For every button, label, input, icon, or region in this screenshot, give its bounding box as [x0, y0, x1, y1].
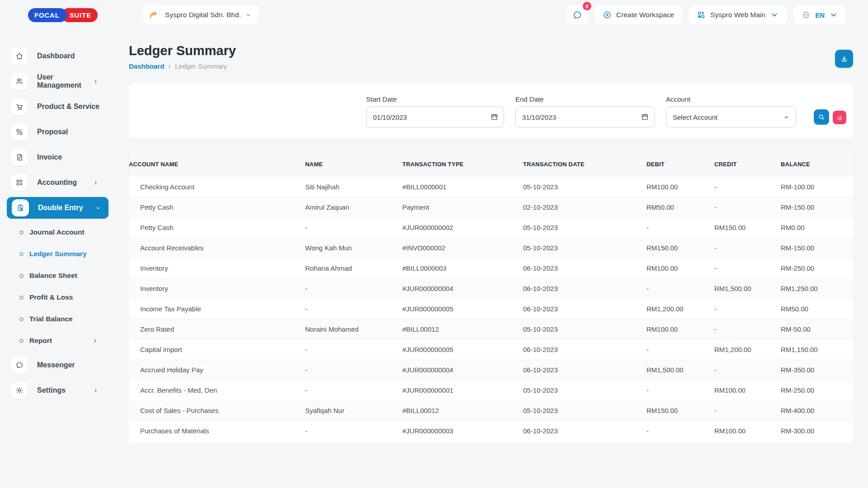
cell-debit: RM100.00: [646, 319, 714, 339]
search-button[interactable]: [814, 109, 829, 125]
table-row[interactable]: Purchases of Materials - #JUR000000003 0…: [129, 421, 853, 441]
sidebar-subitem[interactable]: Report: [0, 330, 108, 352]
table-row[interactable]: Cost of Sales - Purchases Syafiqah Nur #…: [129, 400, 853, 421]
start-date-input[interactable]: [366, 107, 504, 127]
cell-transaction-type: #JUR000000004: [402, 278, 523, 299]
sidebar-item-accounting[interactable]: Accounting: [0, 170, 108, 195]
workspace-name: Syspro Web Main: [710, 11, 765, 19]
messenger-icon: [15, 361, 24, 369]
bullet-icon: [19, 317, 24, 321]
create-workspace-button[interactable]: Create Workspace: [594, 5, 682, 25]
workspace-selector[interactable]: Syspro Web Main: [689, 5, 787, 25]
sidebar-item-messenger[interactable]: Messenger: [0, 352, 108, 378]
cell-transaction-type: #JUR000000004: [402, 360, 523, 380]
cell-balance: RM50.00: [781, 299, 853, 319]
cell-credit: RM1,200.00: [714, 339, 781, 360]
company-selector[interactable]: Syspro Digital Sdn. Bhd.: [143, 5, 259, 25]
cell-name: Syafiqah Nur: [305, 400, 402, 421]
table-row[interactable]: Inventory - #JUR000000004 06-10-2023 - R…: [129, 278, 853, 299]
chevron-down-icon: [245, 12, 251, 18]
sidebar: Dashboard User Management Product & Serv…: [0, 27, 108, 403]
breadcrumb-dashboard-link[interactable]: Dashboard: [129, 62, 164, 70]
cell-transaction-date: 05-10-2023: [523, 380, 646, 400]
cell-account-name: Income Tax Payable: [129, 299, 305, 319]
cell-transaction-date: 06-10-2023: [523, 278, 646, 299]
sidebar-subitem[interactable]: Trial Balance: [0, 308, 108, 330]
table-row[interactable]: Accr. Benefits - Med, Den - #JUR00000000…: [129, 380, 853, 400]
cell-transaction-date: 05-10-2023: [523, 319, 646, 339]
sidebar-subitem[interactable]: Ledger Summary: [0, 243, 108, 265]
gear-icon: [15, 386, 24, 394]
table-row[interactable]: Income Tax Payable - #JUR000000005 06-10…: [129, 299, 853, 319]
cell-name: -: [305, 380, 402, 400]
table-row[interactable]: Petty Cash Amirul Zaquan Payment 02-10-2…: [129, 197, 853, 217]
cell-balance: RM-350.00: [781, 360, 853, 380]
table-row[interactable]: Account Receivables Wong Kah Mun #INVO00…: [129, 238, 853, 258]
start-date-label: Start Date: [366, 95, 504, 103]
table-row[interactable]: Accrued Holiday Pay - #JUR000000004 06-1…: [129, 360, 853, 380]
end-date-input[interactable]: [515, 107, 655, 127]
cell-debit: -: [646, 217, 714, 238]
sidebar-subitem[interactable]: Profit & Loss: [0, 286, 108, 308]
cell-credit: -: [714, 258, 781, 278]
table-row[interactable]: Petty Cash - #JUR000000002 05-10-2023 - …: [129, 217, 853, 238]
sidebar-subitem[interactable]: Journal Account: [0, 221, 108, 243]
cell-account-name: Checking Account: [129, 177, 305, 197]
cell-debit: RM100.00: [646, 177, 714, 197]
cell-credit: -: [714, 238, 781, 258]
sidebar-item-settings[interactable]: Settings: [0, 378, 108, 403]
cell-credit: -: [714, 197, 781, 217]
sidebar-item-invoice[interactable]: Invoice: [0, 145, 108, 170]
sidebar-subitem[interactable]: Balance Sheet: [0, 265, 108, 286]
cell-balance: RM-50.00: [781, 319, 853, 339]
column-header: TRANSACTION TYPE: [402, 151, 523, 177]
app-logo[interactable]: FOCAL SUITE: [28, 8, 98, 22]
language-selector[interactable]: EN: [793, 5, 846, 25]
table-row[interactable]: Zero Rated Noraini Mohamed #BILL00012 05…: [129, 319, 853, 339]
grid-plus-icon: [15, 178, 24, 187]
cell-name: Siti Najihah: [305, 177, 402, 197]
cell-credit: RM100.00: [714, 380, 781, 400]
home-icon: [15, 52, 24, 60]
cell-name: -: [305, 360, 402, 380]
column-header: TRANSACTION DATE: [523, 151, 646, 177]
cell-balance: RM-150.00: [781, 238, 853, 258]
cell-debit: RM50.00: [646, 197, 714, 217]
cell-balance: RM-400.00: [781, 400, 853, 421]
cell-transaction-date: 05-10-2023: [523, 217, 646, 238]
bullet-icon: [19, 230, 24, 235]
cell-transaction-type: #BILL00012: [402, 319, 523, 339]
chat-badge: 0: [583, 2, 591, 10]
workspace-grid-icon: [697, 10, 706, 19]
sidebar-item-dashboard[interactable]: Dashboard: [0, 43, 108, 69]
clear-filter-button[interactable]: [833, 111, 846, 124]
cell-balance: RM-100.00: [781, 177, 853, 197]
cell-debit: -: [646, 380, 714, 400]
column-header: ACCOUNT NAME: [129, 151, 305, 177]
chevron-right-icon: [92, 338, 98, 344]
table-row[interactable]: Checking Account Siti Najihah #BILL00000…: [129, 177, 853, 197]
cell-transaction-date: 06-10-2023: [523, 299, 646, 319]
table-row[interactable]: Inventory Rohana Ahmad #BILL0000003 06-1…: [129, 258, 853, 278]
sidebar-item-double-entry[interactable]: Double Entry: [0, 195, 108, 221]
table-row[interactable]: Capital import - #JUR000000005 06-10-202…: [129, 339, 853, 360]
cell-transaction-type: #JUR000000002: [402, 217, 523, 238]
document-icon: [15, 153, 24, 161]
sidebar-item-proposal[interactable]: Proposal: [0, 119, 108, 145]
sidebar-item-product-service[interactable]: Product & Service: [0, 94, 108, 119]
cell-transaction-date: 06-10-2023: [523, 421, 646, 441]
cell-transaction-type: #BILL00012: [402, 400, 523, 421]
clipboard-icon: [16, 204, 24, 212]
main-content: Ledger Summary Dashboard › Ledger Summar…: [108, 27, 868, 444]
cell-name: Amirul Zaquan: [305, 197, 402, 217]
ledger-table-card: ACCOUNT NAMENAMETRANSACTION TYPETRANSACT…: [129, 151, 853, 444]
bullet-icon: [19, 274, 24, 278]
account-select[interactable]: Select Account: [666, 107, 796, 127]
search-icon: [818, 113, 825, 121]
cell-transaction-type: #INVO000002: [402, 238, 523, 258]
sidebar-item-user-management[interactable]: User Management: [0, 69, 108, 94]
account-select-value: Select Account: [673, 113, 717, 121]
download-button[interactable]: [835, 50, 853, 68]
download-icon: [840, 55, 849, 63]
chat-button[interactable]: 0: [566, 5, 588, 25]
